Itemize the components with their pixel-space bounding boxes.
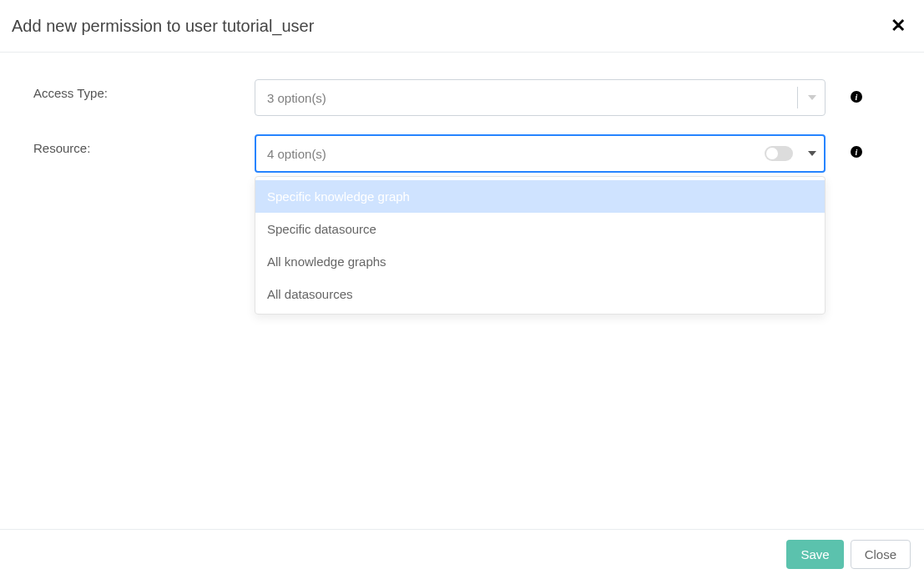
- access-type-value: 3 option(s): [267, 91, 797, 105]
- access-type-row: Access Type: 3 option(s) i: [33, 79, 891, 116]
- resource-option-all-kg[interactable]: All knowledge graphs: [255, 245, 825, 278]
- resource-option-specific-kg[interactable]: Specific knowledge graph: [255, 180, 825, 213]
- dialog-header: Add new permission to user tutorial_user…: [0, 0, 924, 53]
- access-type-label: Access Type:: [33, 79, 255, 100]
- resource-select[interactable]: 4 option(s): [255, 134, 826, 173]
- resource-option-all-ds[interactable]: All datasources: [255, 278, 825, 310]
- resource-value: 4 option(s): [267, 147, 765, 161]
- access-type-select-wrapper: 3 option(s): [255, 79, 826, 116]
- resource-dropdown: Specific knowledge graph Specific dataso…: [255, 176, 826, 315]
- access-type-chevron-container: [797, 87, 816, 108]
- access-type-select[interactable]: 3 option(s): [255, 79, 826, 116]
- resource-row: Resource: 4 option(s) Specific knowledge…: [33, 134, 891, 173]
- resource-label: Resource:: [33, 134, 255, 155]
- dialog-footer: Save Close: [0, 529, 924, 579]
- resource-select-wrapper: 4 option(s) Specific knowledge graph Spe…: [255, 134, 826, 173]
- dialog-title: Add new permission to user tutorial_user: [12, 17, 314, 36]
- info-icon[interactable]: i: [851, 91, 862, 103]
- resource-toggle[interactable]: [765, 146, 793, 161]
- save-button[interactable]: Save: [786, 540, 843, 569]
- info-icon[interactable]: i: [851, 146, 862, 158]
- toggle-knob: [766, 148, 778, 159]
- resource-chevron-container: [798, 143, 816, 164]
- close-button[interactable]: Close: [851, 540, 911, 569]
- close-icon[interactable]: ✕: [886, 15, 911, 37]
- chevron-down-icon: [808, 151, 816, 156]
- dialog-content: Access Type: 3 option(s) i Resource: 4 o…: [0, 53, 924, 173]
- chevron-down-icon: [808, 95, 816, 100]
- resource-option-specific-ds[interactable]: Specific datasource: [255, 213, 825, 245]
